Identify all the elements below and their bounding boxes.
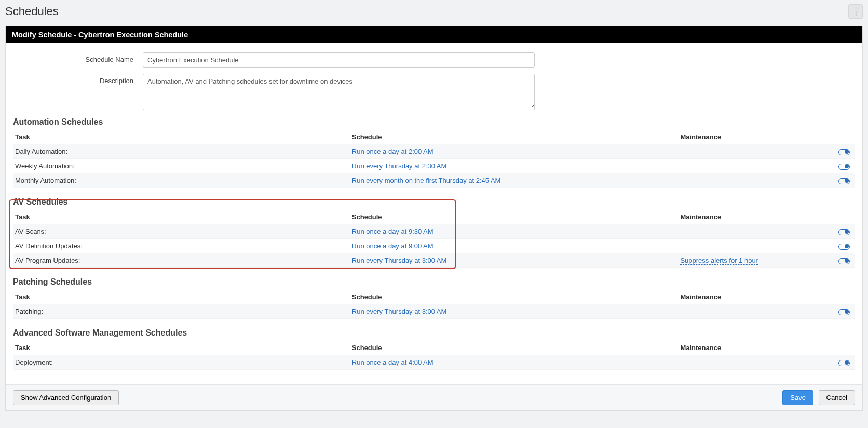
schedule-link[interactable]: Run once a day at 9:00 AM xyxy=(352,242,433,250)
automation-table: Task Schedule Maintenance Daily Automati… xyxy=(13,130,855,188)
maintenance-cell xyxy=(678,144,821,159)
page-title: Schedules xyxy=(5,5,59,18)
col-schedule-header: Schedule xyxy=(350,210,679,224)
maintenance-cell xyxy=(678,239,821,253)
description-label: Description xyxy=(13,74,143,110)
table-row: Patching: Run every Thursday at 3:00 AM xyxy=(13,304,855,319)
table-row: AV Program Updates: Run every Thursday a… xyxy=(13,253,855,268)
automation-section-title: Automation Schedules xyxy=(13,117,855,127)
asm-section-title: Advanced Software Management Schedules xyxy=(13,328,855,338)
cancel-button[interactable]: Cancel xyxy=(819,390,855,405)
save-button[interactable]: Save xyxy=(782,390,813,405)
maintenance-toggle[interactable] xyxy=(838,229,850,235)
maintenance-toggle[interactable] xyxy=(838,244,850,250)
schedule-link[interactable]: Run every Thursday at 3:00 AM xyxy=(352,257,447,264)
maintenance-cell xyxy=(678,355,821,370)
task-cell: AV Definition Updates: xyxy=(13,239,350,253)
maintenance-toggle[interactable] xyxy=(838,164,850,170)
description-textarea[interactable]: Automation, AV and Patching schedules se… xyxy=(143,74,535,110)
schedule-link[interactable]: Run every Thursday at 2:30 AM xyxy=(352,162,447,170)
schedule-link[interactable]: Run once a day at 2:00 AM xyxy=(352,148,433,155)
table-row: AV Scans: Run once a day at 9:30 AM xyxy=(13,224,855,239)
col-task-header: Task xyxy=(13,341,350,355)
panel-header: Modify Schedule - Cybertron Execution Sc… xyxy=(6,26,862,43)
schedule-link[interactable]: Run every Thursday at 3:00 AM xyxy=(352,307,447,315)
col-maintenance-header: Maintenance xyxy=(678,341,821,355)
task-cell: Weekly Automation: xyxy=(13,159,350,173)
patching-section-title: Patching Schedules xyxy=(13,277,855,287)
schedule-name-label: Schedule Name xyxy=(13,52,143,68)
task-cell: Patching: xyxy=(13,304,350,319)
help-icon: ❔ xyxy=(851,7,860,16)
help-button[interactable]: ❔ xyxy=(848,4,863,19)
schedule-panel: Modify Schedule - Cybertron Execution Sc… xyxy=(5,26,863,411)
table-row: AV Definition Updates: Run once a day at… xyxy=(13,239,855,253)
col-task-header: Task xyxy=(13,130,350,144)
table-row: Deployment: Run once a day at 4:00 AM xyxy=(13,355,855,370)
maintenance-cell xyxy=(678,173,821,188)
maintenance-cell xyxy=(678,224,821,239)
schedule-link[interactable]: Run once a day at 9:30 AM xyxy=(352,228,433,235)
show-advanced-button[interactable]: Show Advanced Configuration xyxy=(13,390,119,405)
col-schedule-header: Schedule xyxy=(350,130,679,144)
patching-table: Task Schedule Maintenance Patching: Run … xyxy=(13,290,855,319)
av-section-title: AV Schedules xyxy=(13,197,855,207)
maintenance-link[interactable]: Suppress alerts for 1 hour xyxy=(680,257,758,265)
task-cell: Daily Automation: xyxy=(13,144,350,159)
av-table: Task Schedule Maintenance AV Scans: Run … xyxy=(13,210,855,268)
maintenance-toggle[interactable] xyxy=(838,149,850,155)
col-schedule-header: Schedule xyxy=(350,290,679,304)
maintenance-toggle[interactable] xyxy=(838,178,850,184)
panel-footer: Show Advanced Configuration Save Cancel xyxy=(6,384,862,410)
col-maintenance-header: Maintenance xyxy=(678,210,821,224)
maintenance-cell xyxy=(678,304,821,319)
schedule-name-input[interactable] xyxy=(143,52,535,68)
col-task-header: Task xyxy=(13,210,350,224)
table-row: Daily Automation: Run once a day at 2:00… xyxy=(13,144,855,159)
col-schedule-header: Schedule xyxy=(350,341,679,355)
table-row: Weekly Automation: Run every Thursday at… xyxy=(13,159,855,173)
task-cell: AV Program Updates: xyxy=(13,253,350,268)
maintenance-toggle[interactable] xyxy=(838,360,850,366)
maintenance-toggle[interactable] xyxy=(838,309,850,315)
task-cell: Deployment: xyxy=(13,355,350,370)
schedule-link[interactable]: Run every month on the first Thursday at… xyxy=(352,177,501,184)
task-cell: Monthly Automation: xyxy=(13,173,350,188)
asm-table: Task Schedule Maintenance Deployment: Ru… xyxy=(13,341,855,370)
col-task-header: Task xyxy=(13,290,350,304)
col-maintenance-header: Maintenance xyxy=(678,130,821,144)
col-maintenance-header: Maintenance xyxy=(678,290,821,304)
maintenance-toggle[interactable] xyxy=(838,258,850,264)
schedule-link[interactable]: Run once a day at 4:00 AM xyxy=(352,358,433,366)
task-cell: AV Scans: xyxy=(13,224,350,239)
table-row: Monthly Automation: Run every month on t… xyxy=(13,173,855,188)
maintenance-cell xyxy=(678,159,821,173)
